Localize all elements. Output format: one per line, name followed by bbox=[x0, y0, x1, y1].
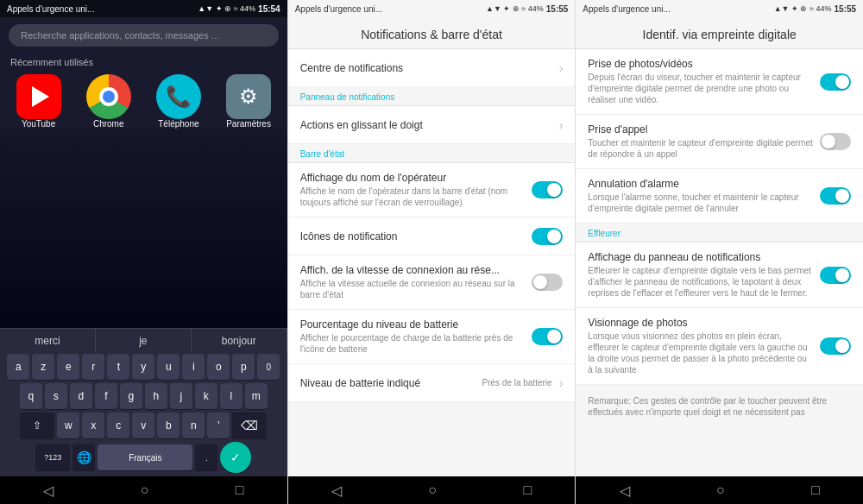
key-apostrophe[interactable]: ' bbox=[207, 413, 230, 438]
key-q[interactable]: q bbox=[20, 383, 42, 409]
key-c[interactable]: c bbox=[107, 413, 129, 438]
key-u[interactable]: u bbox=[157, 354, 180, 380]
key-row-3: ⇧ w x c v b n ' ⌫ bbox=[0, 411, 287, 440]
youtube-label: YouTube bbox=[22, 119, 55, 129]
key-b[interactable]: b bbox=[157, 413, 180, 438]
key-w[interactable]: w bbox=[57, 413, 79, 438]
settings-item-visionnage[interactable]: Visionnage de photos Lorsque vous vision… bbox=[576, 308, 863, 385]
settings-item-photos[interactable]: Prise de photos/vidéos Depuis l'écran du… bbox=[576, 49, 863, 115]
recent-label: Récemment utilisés bbox=[0, 54, 287, 74]
key-period[interactable]: . bbox=[195, 444, 217, 470]
section-label-effleurer: Effleurer bbox=[576, 224, 863, 243]
key-n[interactable]: n bbox=[182, 413, 205, 438]
nav-recent-3[interactable]: □ bbox=[797, 479, 834, 501]
settings-item-appel[interactable]: Prise d'appel Toucher et maintenir le ca… bbox=[576, 115, 863, 169]
key-globe[interactable]: 🌐 bbox=[72, 444, 95, 470]
settings-item-title-niveau: Niveau de batterie indiqué bbox=[300, 377, 482, 389]
app-item-telephone[interactable]: 📞 Téléphone bbox=[148, 74, 210, 129]
key-x[interactable]: x bbox=[82, 413, 104, 438]
section-label-barre: Barre d'état bbox=[288, 144, 576, 163]
panel-notifications: Appels d'urgence uni... ▲▼ ✦ ⊕ ≈ 44% 15:… bbox=[287, 0, 576, 504]
search-bar[interactable] bbox=[9, 24, 279, 47]
key-y[interactable]: y bbox=[132, 354, 154, 380]
key-f[interactable]: f bbox=[95, 383, 117, 409]
nav-recent-2[interactable]: □ bbox=[509, 479, 545, 501]
key-0[interactable]: 0 bbox=[257, 354, 280, 380]
nav-back-3[interactable]: ◁ bbox=[606, 479, 644, 502]
toggle-photos[interactable] bbox=[820, 73, 851, 91]
toggle-panneau[interactable] bbox=[820, 267, 851, 284]
toggle-vitesse[interactable] bbox=[532, 274, 563, 291]
key-a[interactable]: a bbox=[7, 354, 29, 380]
key-p[interactable]: p bbox=[232, 354, 255, 380]
key-space[interactable]: Français bbox=[98, 444, 192, 470]
settings-item-desc-vitesse: Affiche la vitesse actuelle de connexion… bbox=[300, 278, 526, 300]
key-l[interactable]: l bbox=[220, 383, 243, 409]
key-enter[interactable]: ✓ bbox=[220, 442, 251, 473]
toggle-batterie[interactable] bbox=[532, 328, 563, 345]
settings-item-batterie[interactable]: Pourcentage du niveau de batterie Affich… bbox=[288, 310, 576, 364]
drawer-background bbox=[0, 129, 287, 328]
key-r[interactable]: r bbox=[82, 354, 104, 380]
toggle-alarme[interactable] bbox=[820, 187, 851, 205]
panel3-title: Identif. via empreinte digitale bbox=[576, 17, 863, 49]
key-shift[interactable]: ⇧ bbox=[20, 413, 54, 438]
key-h[interactable]: h bbox=[145, 383, 167, 409]
settings-item-icones[interactable]: Icônes de notification bbox=[288, 217, 576, 255]
toggle-icones[interactable] bbox=[532, 228, 563, 245]
key-o[interactable]: o bbox=[207, 354, 230, 380]
settings-footer-text: Remarque: Ces gestes de contrôle par le … bbox=[588, 395, 851, 418]
nav-back-2[interactable]: ◁ bbox=[318, 479, 356, 502]
suggestion-bonjour[interactable]: bonjour bbox=[192, 329, 287, 352]
status-right-3: ▲▼ ✦ ⊕ ≈ 44% 15:55 bbox=[774, 4, 856, 14]
key-m[interactable]: m bbox=[245, 383, 268, 409]
app-item-parametres[interactable]: ⚙ Paramètres bbox=[217, 74, 280, 129]
settings-item-desc-panneau: Effleurer le capteur d'empreinte digital… bbox=[588, 265, 813, 299]
nav-home-2[interactable]: ○ bbox=[414, 479, 450, 501]
app-item-chrome[interactable]: Chrome bbox=[78, 74, 140, 129]
suggestion-merci[interactable]: merci bbox=[0, 329, 96, 352]
nav-recent-1[interactable]: □ bbox=[222, 479, 258, 501]
settings-item-desc-visionnage: Lorsque vous visionnez des photos en ple… bbox=[588, 331, 813, 375]
key-j[interactable]: j bbox=[170, 383, 192, 409]
settings-item-centre[interactable]: Centre de notifications › bbox=[288, 49, 576, 87]
key-backspace[interactable]: ⌫ bbox=[232, 413, 267, 438]
suggestion-je[interactable]: je bbox=[96, 329, 192, 352]
chrome-icon bbox=[86, 74, 131, 119]
settings-item-title-batterie: Pourcentage du niveau de batterie bbox=[300, 318, 526, 331]
settings-item-title-centre: Centre de notifications bbox=[300, 62, 554, 74]
app-grid: YouTube Chrome 📞 Téléphone ⚙ Paramètres bbox=[0, 74, 287, 129]
settings-item-actions[interactable]: Actions en glissant le doigt › bbox=[288, 106, 576, 144]
settings-item-niveau[interactable]: Niveau de batterie indiqué Près de la ba… bbox=[288, 364, 576, 402]
settings-item-panneau[interactable]: Affichage du panneau de notifications Ef… bbox=[576, 243, 863, 308]
settings-item-content-vitesse: Affich. de la vitesse de connexion au ré… bbox=[300, 264, 526, 300]
toggle-appel[interactable] bbox=[820, 133, 851, 150]
search-input[interactable] bbox=[21, 29, 267, 41]
settings-item-alarme[interactable]: Annulation d'alarme Lorsque l'alarme son… bbox=[576, 169, 863, 224]
status-carrier-3: Appels d'urgence uni... bbox=[583, 4, 670, 14]
key-s[interactable]: s bbox=[45, 383, 67, 409]
status-right-1: ▲▼ ✦ ⊕ ≈ 44% 15:54 bbox=[198, 4, 280, 14]
key-k[interactable]: k bbox=[195, 383, 217, 409]
nav-home-1[interactable]: ○ bbox=[127, 479, 163, 501]
settings-item-content-icones: Icônes de notification bbox=[300, 230, 526, 243]
key-i[interactable]: i bbox=[182, 354, 205, 380]
key-z[interactable]: z bbox=[32, 354, 54, 380]
key-v[interactable]: v bbox=[132, 413, 154, 438]
parametres-label: Paramètres bbox=[226, 119, 271, 129]
keyboard-suggestions: merci je bonjour bbox=[0, 328, 287, 352]
settings-item-operateur[interactable]: Affichage du nom de l'opérateur Affiche … bbox=[288, 163, 576, 217]
key-g[interactable]: g bbox=[120, 383, 142, 409]
settings-item-vitesse[interactable]: Affich. de la vitesse de connexion au ré… bbox=[288, 255, 576, 310]
settings-item-content-visionnage: Visionnage de photos Lorsque vous vision… bbox=[588, 317, 813, 375]
toggle-operateur[interactable] bbox=[532, 181, 563, 198]
key-d[interactable]: d bbox=[70, 383, 92, 409]
key-123[interactable]: ?123 bbox=[35, 444, 70, 470]
key-e[interactable]: e bbox=[57, 354, 79, 380]
nav-back-1[interactable]: ◁ bbox=[29, 479, 67, 502]
key-t[interactable]: t bbox=[107, 354, 129, 380]
settings-item-title-photos: Prise de photos/vidéos bbox=[588, 58, 813, 70]
nav-home-3[interactable]: ○ bbox=[702, 479, 739, 501]
toggle-visionnage[interactable] bbox=[820, 337, 851, 355]
app-item-youtube[interactable]: YouTube bbox=[8, 74, 70, 129]
